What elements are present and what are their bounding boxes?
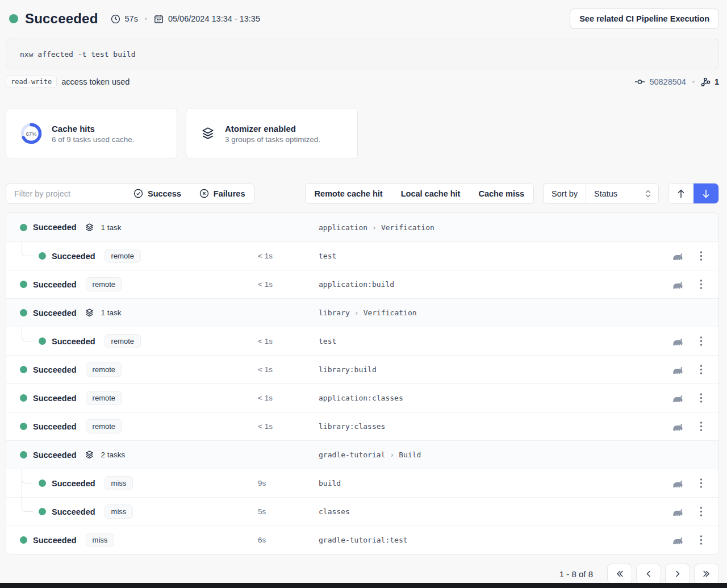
task-cell: library:build — [319, 365, 672, 374]
gradle-elephant-icon[interactable] — [672, 365, 684, 374]
separator-dot — [145, 18, 147, 20]
next-page-button[interactable] — [665, 564, 690, 584]
filter-group: Success Failures — [6, 183, 254, 204]
remote-cache-hit-button[interactable]: Remote cache hit — [306, 184, 392, 203]
filter-success-button[interactable]: Success — [124, 184, 190, 203]
related-pipeline-button[interactable]: See related CI Pipeline Execution — [570, 9, 719, 29]
tree-connector — [22, 498, 33, 512]
task-row[interactable]: Succeededremote< 1sapplication:build — [6, 270, 718, 298]
gradle-elephant-icon[interactable] — [672, 394, 684, 403]
kebab-menu-icon[interactable] — [700, 421, 703, 432]
kebab-menu-icon[interactable] — [700, 393, 703, 403]
pagination: 1 - 8 of 8 — [6, 564, 719, 584]
token-row: read-write access token used 50828504 1 — [6, 75, 719, 89]
row-actions — [672, 279, 718, 290]
filter-project-input[interactable] — [6, 184, 124, 203]
project-name: library — [319, 308, 350, 317]
task-row[interactable]: Succeededremote< 1slibrary:build — [6, 355, 718, 383]
sort-descending-button[interactable] — [693, 184, 718, 203]
task-name: build — [319, 479, 341, 487]
sort-ascending-button[interactable] — [668, 184, 693, 203]
filter-failures-button[interactable]: Failures — [190, 184, 254, 203]
previous-page-button[interactable] — [636, 564, 661, 584]
chevron-updown-icon — [645, 189, 651, 198]
success-dot — [20, 309, 27, 316]
success-dot — [20, 366, 27, 373]
page-title: Succeeded — [25, 11, 98, 27]
gradle-elephant-icon[interactable] — [672, 280, 684, 289]
success-dot — [20, 423, 27, 430]
kebab-menu-icon[interactable] — [700, 478, 703, 489]
first-page-button[interactable] — [607, 564, 632, 584]
kebab-menu-icon[interactable] — [700, 535, 703, 545]
atomizer-card[interactable]: Atomizer enabled 3 groups of tasks optim… — [186, 108, 358, 159]
clock-icon — [111, 14, 120, 24]
task-row[interactable]: Succeededremote< 1sapplication:classes — [6, 383, 718, 412]
task-duration: < 1s — [258, 422, 273, 431]
success-dot — [20, 281, 27, 288]
task-group-row[interactable]: Succeeded1 tasklibrary›Verification — [6, 298, 718, 327]
task-group-row[interactable]: Succeeded1 taskapplication›Verification — [6, 213, 718, 241]
gradle-elephant-icon[interactable] — [672, 536, 684, 545]
gradle-elephant-icon[interactable] — [672, 507, 684, 516]
status-cell: Succeededremote — [6, 249, 258, 263]
branch-count: 1 — [715, 77, 719, 86]
cache-status-badge: remote — [86, 277, 122, 291]
duration-cell: < 1s — [258, 422, 319, 431]
calendar-icon — [154, 14, 164, 24]
tree-connector — [22, 242, 33, 256]
duration-cell: < 1s — [258, 394, 319, 402]
gradle-elephant-icon[interactable] — [672, 337, 684, 346]
kebab-menu-icon[interactable] — [700, 506, 703, 517]
task-row[interactable]: Succeededmiss5sclasses — [6, 497, 718, 526]
run-meta: 57s 05/06/2024 13:34 - 13:35 — [111, 14, 260, 24]
run-detail-page: Succeeded 57s 05/06/2024 13:34 - 13:35 S… — [0, 0, 727, 583]
task-list: Succeeded1 taskapplication›VerificationS… — [6, 212, 719, 554]
toolbar-right: Remote cache hit Local cache hit Cache m… — [305, 183, 719, 204]
group-task-count: 1 task — [101, 223, 122, 232]
sort-select[interactable]: Status — [586, 184, 658, 203]
kebab-menu-icon[interactable] — [700, 336, 703, 347]
task-row[interactable]: Succeededmiss9sbuild — [6, 469, 718, 497]
sort-select-value: Status — [594, 189, 617, 198]
task-row[interactable]: Succeededremote< 1stest — [6, 241, 718, 270]
gradle-elephant-icon[interactable] — [672, 479, 684, 488]
commit-icon — [634, 77, 645, 86]
tree-connector — [22, 327, 33, 341]
success-dot — [20, 451, 27, 458]
cache-hits-card[interactable]: 67% Cache hits 6 of 9 tasks used cache. — [6, 108, 177, 159]
layers-icon — [85, 450, 94, 460]
status-cell: Succeeded1 task — [6, 223, 258, 232]
gradle-elephant-icon[interactable] — [672, 252, 684, 261]
gradle-elephant-icon[interactable] — [672, 422, 684, 431]
task-duration: 5s — [258, 507, 266, 516]
kebab-menu-icon[interactable] — [700, 364, 703, 375]
sort-by-label: Sort by — [544, 184, 586, 203]
cache-miss-button[interactable]: Cache miss — [469, 184, 533, 203]
arrow-up-icon — [676, 189, 686, 199]
vcs-meta: 50828504 1 — [634, 77, 719, 87]
commit-id[interactable]: 50828504 — [649, 77, 686, 86]
kebab-menu-icon[interactable] — [700, 251, 703, 261]
duration-cell: < 1s — [258, 365, 319, 374]
check-circle-icon — [133, 189, 143, 198]
project-name: application — [319, 223, 367, 232]
access-token-label: access token used — [61, 77, 129, 86]
task-row[interactable]: Succeededremote< 1slibrary:classes — [6, 412, 718, 440]
layers-icon — [200, 126, 216, 141]
cache-status-badge: miss — [105, 476, 133, 490]
task-name: application:build — [319, 280, 394, 289]
last-page-button[interactable] — [694, 564, 719, 584]
task-cell: gradle-tutorial›Build — [319, 451, 703, 459]
kebab-menu-icon[interactable] — [700, 279, 703, 290]
local-cache-hit-button[interactable]: Local cache hit — [392, 184, 470, 203]
row-status-label: Succeeded — [33, 365, 77, 374]
task-cell: gradle-tutorial:test — [319, 536, 672, 544]
row-status-label: Succeeded — [33, 223, 77, 232]
task-row[interactable]: Succeededmiss6sgradle-tutorial:test — [6, 526, 718, 554]
summary-cards: 67% Cache hits 6 of 9 tasks used cache. … — [6, 108, 719, 159]
task-duration: 9s — [258, 479, 266, 487]
task-row[interactable]: Succeededremote< 1stest — [6, 327, 718, 355]
task-group-row[interactable]: Succeeded2 tasksgradle-tutorial›Build — [6, 440, 718, 469]
success-dot — [20, 536, 27, 544]
